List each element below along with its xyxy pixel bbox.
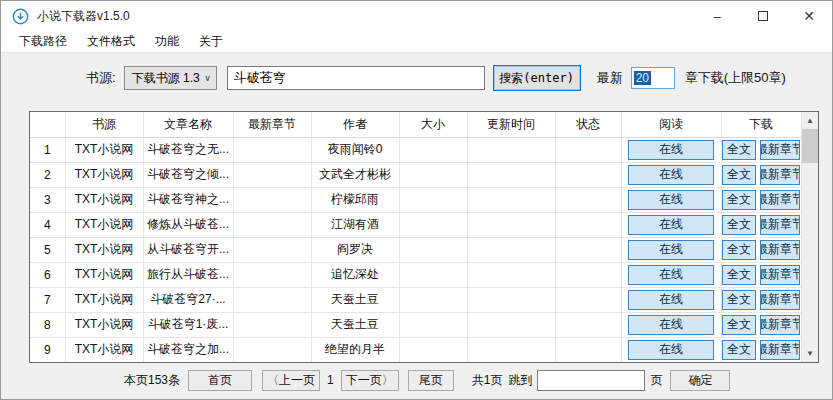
source-cell: TXT小说网	[65, 237, 143, 262]
scrollbar-track[interactable]	[802, 163, 818, 345]
book-source-select[interactable]: 下载书源 1.3 ∨	[124, 66, 217, 90]
download-latest-button[interactable]: 最新章节	[760, 215, 800, 235]
prev-page-button[interactable]: 〈上一页	[262, 370, 320, 391]
download-cell: 全文最新章节	[721, 237, 801, 262]
latest-chapter-count-input[interactable]: 20	[631, 67, 675, 89]
next-page-button[interactable]: 下一页〉	[341, 370, 399, 391]
download-latest-label: 最新章节	[760, 191, 800, 208]
update-time-cell	[467, 287, 555, 312]
read-online-button[interactable]: 在线	[628, 290, 714, 310]
download-latest-button[interactable]: 最新章节	[760, 165, 800, 185]
download-latest-button[interactable]: 最新章节	[760, 340, 800, 360]
title-cell: 斗破苍穹神之...	[143, 187, 233, 212]
download-latest-button[interactable]: 最新章节	[760, 265, 800, 285]
minimize-button[interactable]: –	[694, 1, 740, 31]
update-time-cell	[467, 212, 555, 237]
download-latest-button[interactable]: 最新章节	[760, 240, 800, 260]
download-latest-button[interactable]: 最新章节	[760, 190, 800, 210]
download-full-button[interactable]: 全文	[722, 265, 756, 285]
download-full-button[interactable]: 全文	[722, 290, 756, 310]
read-cell: 在线	[621, 262, 721, 287]
menu-about[interactable]: 关于	[189, 31, 233, 52]
menu-functions[interactable]: 功能	[145, 31, 189, 52]
latest-chapter-cell	[233, 187, 311, 212]
download-latest-button[interactable]: 最新章节	[760, 140, 800, 160]
chevron-down-icon: ∨	[200, 73, 216, 83]
results-table: 书源文章名称最新章节作者大小更新时间状态阅读下载 1TXT小说网斗破苍穹之无..…	[29, 111, 819, 363]
search-input[interactable]	[227, 66, 485, 90]
search-button[interactable]: 搜索(enter)	[493, 65, 581, 91]
table-row: 3TXT小说网斗破苍穹神之...柠檬邱雨在线全文最新章节	[30, 187, 801, 212]
read-online-button[interactable]: 在线	[628, 315, 714, 335]
vertical-scrollbar[interactable]: ▲ ▼	[801, 112, 818, 362]
source-cell: TXT小说网	[65, 187, 143, 212]
download-full-button[interactable]: 全文	[722, 140, 756, 160]
confirm-jump-button[interactable]: 确定	[670, 370, 730, 391]
table-row: 5TXT小说网从斗破苍穹开...阎罗决在线全文最新章节	[30, 237, 801, 262]
download-latest-button[interactable]: 最新章节	[760, 290, 800, 310]
latest-chapter-cell	[233, 262, 311, 287]
close-button[interactable]: ✕	[786, 1, 832, 31]
title-cell: 斗破苍穹1·废...	[143, 312, 233, 337]
read-online-button[interactable]: 在线	[628, 215, 714, 235]
read-online-button[interactable]: 在线	[628, 265, 714, 285]
read-online-button[interactable]: 在线	[628, 140, 714, 160]
minimize-icon: –	[713, 9, 720, 24]
pagination-bar: 本页153条 首页 〈上一页 1 下一页〉 尾页 共1页 跳到 页 确定	[124, 369, 832, 391]
row-number: 9	[30, 337, 65, 362]
first-page-button[interactable]: 首页	[188, 370, 252, 391]
source-cell: TXT小说网	[65, 312, 143, 337]
source-cell: TXT小说网	[65, 262, 143, 287]
column-header: 作者	[311, 112, 399, 137]
status-cell	[555, 312, 621, 337]
last-page-button[interactable]: 尾页	[408, 370, 454, 391]
column-header: 下载	[721, 112, 801, 137]
title-cell: 修炼从斗破苍...	[143, 212, 233, 237]
read-cell: 在线	[621, 212, 721, 237]
book-source-value: 下载书源 1.3	[125, 70, 200, 87]
title-cell: 斗破苍穹之倾...	[143, 162, 233, 187]
download-full-button[interactable]: 全文	[722, 240, 756, 260]
read-cell: 在线	[621, 287, 721, 312]
jump-to-page-input[interactable]	[537, 370, 645, 391]
author-cell: 阎罗决	[311, 237, 399, 262]
close-icon: ✕	[803, 8, 815, 24]
latest-chapter-cell	[233, 212, 311, 237]
download-full-button[interactable]: 全文	[722, 315, 756, 335]
read-cell: 在线	[621, 337, 721, 362]
update-time-cell	[467, 262, 555, 287]
download-full-button[interactable]: 全文	[722, 340, 756, 360]
window-controls: – ✕	[694, 1, 832, 31]
download-latest-label: 最新章节	[760, 166, 800, 183]
size-cell	[399, 287, 467, 312]
menu-download-path[interactable]: 下载路径	[9, 31, 77, 52]
column-header: 状态	[555, 112, 621, 137]
update-time-cell	[467, 337, 555, 362]
download-latest-button[interactable]: 最新章节	[760, 315, 800, 335]
download-cell: 全文最新章节	[721, 137, 801, 162]
row-number: 8	[30, 312, 65, 337]
download-full-button[interactable]: 全文	[722, 190, 756, 210]
download-full-button[interactable]: 全文	[722, 215, 756, 235]
column-header: 书源	[65, 112, 143, 137]
status-cell	[555, 212, 621, 237]
read-online-button[interactable]: 在线	[628, 340, 714, 360]
download-full-button[interactable]: 全文	[722, 165, 756, 185]
menu-file-format[interactable]: 文件格式	[77, 31, 145, 52]
read-online-button[interactable]: 在线	[628, 240, 714, 260]
row-number: 2	[30, 162, 65, 187]
read-online-button[interactable]: 在线	[628, 165, 714, 185]
read-online-button[interactable]: 在线	[628, 190, 714, 210]
read-cell: 在线	[621, 187, 721, 212]
download-cell: 全文最新章节	[721, 312, 801, 337]
maximize-button[interactable]	[740, 1, 786, 31]
table-row: 9TXT小说网斗破苍穹之加...绝望的月半在线全文最新章节	[30, 337, 801, 362]
download-latest-label: 最新章节	[760, 141, 800, 158]
scroll-up-icon[interactable]: ▲	[802, 112, 818, 129]
scrollbar-thumb[interactable]	[802, 129, 818, 163]
scroll-down-icon[interactable]: ▼	[802, 345, 818, 362]
table-row: 6TXT小说网旅行从斗破苍...追忆深处在线全文最新章节	[30, 262, 801, 287]
row-number: 4	[30, 212, 65, 237]
latest-label: 最新	[597, 69, 623, 87]
size-cell	[399, 337, 467, 362]
